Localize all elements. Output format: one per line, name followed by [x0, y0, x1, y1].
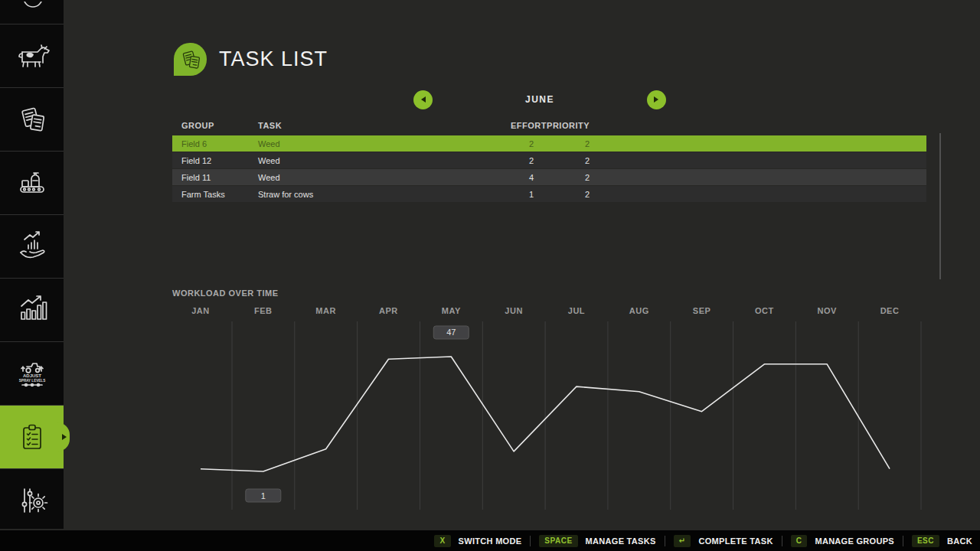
page-header: TASK LIST — [174, 43, 328, 76]
hotkey-complete-task[interactable]: ↵ COMPLETE TASK — [674, 535, 773, 547]
workload-chart: JANFEBMARAPRMAYJUNJULAUGSEPOCTNOVDEC471 — [172, 305, 926, 513]
cell-task: Weed — [258, 156, 511, 165]
hotkey-label: COMPLETE TASK — [698, 536, 773, 546]
hotkey-divider — [530, 536, 531, 546]
month-tick-label: MAR — [315, 306, 336, 315]
task-table: GROUPTASKEFFORTPRIORITY Field 6 Weed 2 2… — [172, 116, 926, 203]
hotkey-label: SWITCH MODE — [459, 536, 522, 546]
cell-priority: 2 — [534, 173, 590, 182]
month-tick-label: JUL — [568, 306, 585, 315]
cow-icon — [14, 37, 51, 74]
cell-group: Field 11 — [181, 173, 258, 182]
cell-group: Field 6 — [181, 139, 258, 148]
svg-text:ADJUST: ADJUST — [22, 373, 41, 378]
month-tick-label: OCT — [755, 306, 774, 315]
production-icon — [14, 165, 51, 201]
hotkey-divider — [903, 536, 903, 546]
key-cap: X — [434, 535, 450, 547]
cell-priority: 2 — [534, 156, 590, 165]
sidebar-item-task-list[interactable] — [0, 405, 64, 468]
sidebar-item-animals[interactable] — [0, 24, 64, 87]
sidebar: ADJUST SPRAY LEVELS — [0, 0, 64, 529]
chart-title: WORKLOAD OVER TIME — [172, 289, 279, 298]
hotkey-label: BACK — [947, 536, 972, 546]
table-row[interactable]: Farm Tasks Straw for cows 1 2 — [172, 186, 926, 202]
hand-chart-icon — [14, 228, 51, 265]
cell-group: Field 12 — [181, 156, 258, 165]
hotkey-manage-tasks[interactable]: SPACE MANAGE TASKS — [539, 535, 655, 547]
key-cap: SPACE — [539, 535, 577, 547]
key-cap: C — [791, 535, 808, 547]
cell-effort: 4 — [511, 173, 534, 182]
next-month-button[interactable] — [647, 90, 666, 109]
arrow-right-icon — [654, 96, 658, 103]
cell-group: Farm Tasks — [181, 190, 258, 199]
table-row[interactable]: Field 11 Weed 4 2 — [172, 169, 926, 185]
sidebar-item-production[interactable] — [0, 151, 64, 214]
cell-effort: 2 — [511, 156, 534, 165]
documents-icon — [14, 101, 51, 138]
hotkey-bar: X SWITCH MODESPACE MANAGE TASKS↵ COMPLET… — [0, 530, 980, 551]
cell-task: Weed — [258, 139, 511, 148]
hotkey-label: MANAGE TASKS — [586, 536, 656, 546]
workload-line-chart: JANFEBMARAPRMAYJUNJULAUGSEPOCTNOVDEC471 — [172, 305, 926, 513]
month-tick-label: NOV — [818, 306, 838, 315]
month-tick-label: JUN — [505, 306, 523, 315]
month-tick-label: FEB — [254, 306, 273, 315]
month-tick-label: MAY — [442, 306, 461, 315]
cell-priority: 2 — [534, 190, 590, 199]
arrow-left-icon — [421, 96, 426, 103]
hotkey-back[interactable]: ESC BACK — [912, 535, 972, 547]
cell-effort: 2 — [511, 139, 534, 148]
hotkey-label: MANAGE GROUPS — [815, 536, 894, 546]
sidebar-item-sales[interactable] — [0, 214, 64, 278]
column-header-task: TASK — [258, 121, 511, 130]
column-header-effort: EFFORT — [511, 121, 534, 130]
cell-task: Straw for cows — [258, 190, 511, 199]
sliders-gear-icon — [14, 482, 51, 519]
sidebar-item-top-partial[interactable] — [0, 0, 64, 24]
sidebar-item-spray-levels[interactable]: ADJUST SPRAY LEVELS — [0, 341, 64, 405]
svg-text:SPRAY LEVELS: SPRAY LEVELS — [18, 379, 44, 383]
month-tick-label: SEP — [693, 306, 711, 315]
month-navigation: JUNE — [413, 89, 666, 110]
bar-chart-icon — [14, 292, 51, 328]
cell-task: Weed — [258, 173, 511, 182]
spray-levels-icon: ADJUST SPRAY LEVELS — [14, 355, 51, 392]
previous-month-button[interactable] — [413, 90, 433, 109]
column-header-priority: PRIORITY — [534, 121, 590, 130]
month-tick-label: JAN — [191, 306, 210, 315]
hotkey-switch-mode[interactable]: X SWITCH MODE — [434, 535, 521, 547]
sidebar-item-statistics[interactable] — [0, 278, 64, 341]
value-badge-label: 47 — [446, 328, 456, 337]
key-cap: ESC — [912, 535, 939, 547]
column-header-group: GROUP — [181, 121, 258, 130]
sidebar-item-contracts[interactable] — [0, 87, 64, 151]
table-row[interactable]: Field 12 Weed 2 2 — [172, 152, 926, 168]
hotkey-manage-groups[interactable]: C MANAGE GROUPS — [791, 535, 894, 547]
value-badge-label: 1 — [261, 491, 266, 500]
key-cap: ↵ — [674, 535, 691, 547]
table-scrollbar[interactable] — [939, 133, 941, 279]
table-header-row: GROUPTASKEFFORTPRIORITY — [172, 116, 926, 135]
task-list-header-icon — [174, 43, 207, 76]
current-month-label: JUNE — [525, 94, 554, 105]
hotkey-divider — [782, 536, 782, 546]
circle-icon — [14, 2, 51, 23]
clipboard-icon — [14, 419, 51, 455]
selected-item-pointer-icon — [62, 434, 67, 440]
cell-priority: 2 — [534, 139, 590, 148]
month-tick-label: AUG — [629, 306, 649, 315]
month-tick-label: DEC — [880, 306, 900, 315]
month-tick-label: APR — [379, 306, 398, 315]
cell-effort: 1 — [511, 190, 534, 199]
table-row[interactable]: Field 6 Weed 2 2 — [172, 135, 926, 152]
hotkey-divider — [665, 536, 665, 546]
page-title: TASK LIST — [219, 47, 328, 71]
sidebar-item-settings[interactable] — [0, 468, 64, 532]
